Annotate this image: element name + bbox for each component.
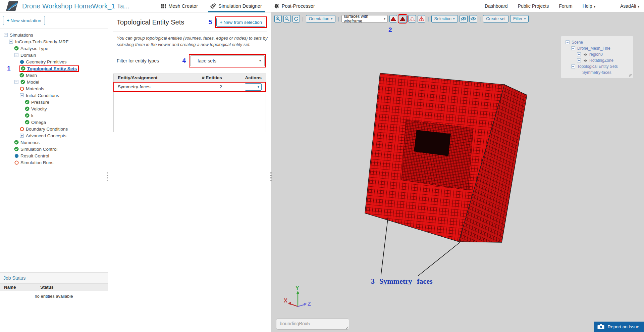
tree-item-geometry-primitives[interactable]: Geometry Primitives [26, 59, 67, 64]
collapse-icon[interactable] [565, 40, 570, 45]
nav-help-menu[interactable]: Help [583, 3, 595, 9]
nav-dashboard[interactable]: Dashboard [485, 3, 508, 9]
tree-row: Geometry Primitives [0, 58, 108, 65]
tree-item-boundary-conditions[interactable]: Boundary Conditions [26, 127, 68, 132]
tree-item-result-control[interactable]: Result Control [20, 153, 49, 158]
tree-item-wrap: Simulations [3, 33, 33, 38]
new-from-selection-button[interactable]: New from selection [216, 18, 265, 27]
bounding-box-name-input[interactable] [276, 318, 349, 330]
scene-item-rotatingzone[interactable]: RotatingZone [589, 58, 613, 63]
report-issue-button[interactable]: Report an issue [594, 322, 644, 332]
viewer-3d[interactable]: Y X Z [272, 12, 644, 332]
expand-icon[interactable] [577, 52, 581, 57]
zoom-in-button[interactable] [274, 15, 282, 22]
chevron-down-icon: ▾ [259, 59, 261, 62]
tree-item-advanced-concepts[interactable]: Advanced Concepts [26, 133, 66, 138]
collapse-icon[interactable] [3, 33, 8, 37]
row-actions-cell [222, 83, 266, 91]
axis-triad: Y X Z [284, 285, 311, 307]
scene-item-region0[interactable]: region0 [589, 52, 603, 57]
tree-row: Analysis Type [0, 45, 108, 52]
divider [113, 32, 267, 32]
status-complete-icon [14, 140, 19, 145]
orientation-button[interactable]: Orientation [306, 15, 336, 22]
collapse-icon[interactable] [571, 46, 576, 51]
create-set-button[interactable]: Create set [483, 15, 508, 22]
entity-type-select[interactable]: face sets ▾ [190, 55, 265, 66]
tree-item-wrap: Materials [19, 86, 44, 91]
filter-button[interactable]: Filter [510, 15, 529, 22]
scene-tree-row: Scene [561, 39, 633, 45]
simulation-tree: SimulationsInComp-Turb-Steady-MRFAnalysi… [0, 32, 108, 166]
expand-icon[interactable] [19, 133, 24, 138]
visibility-eye-icon[interactable] [583, 58, 588, 63]
tree-item-omega[interactable]: Omega [31, 120, 46, 125]
zoom-out-button[interactable] [283, 15, 291, 22]
tree-item-simulation-runs[interactable]: Simulation Runs [20, 160, 53, 165]
processor-gear-icon [274, 3, 279, 9]
camera-icon [597, 324, 604, 329]
user-menu[interactable]: AsadAli [620, 3, 639, 9]
tree-item-materials[interactable]: Materials [26, 86, 44, 91]
tree-item-incomp-turb-steady-mrf[interactable]: InComp-Turb-Steady-MRF [15, 39, 68, 44]
expand-icon[interactable] [577, 58, 581, 63]
nav-forum[interactable]: Forum [559, 3, 572, 9]
render-surfaces-wireframe-button[interactable] [399, 15, 407, 22]
topological-entity-sets-panel: Topological Entity Sets 5 New from selec… [108, 12, 272, 332]
tree-item-analysis-type[interactable]: Analysis Type [20, 46, 48, 51]
render-points-button[interactable] [418, 15, 425, 22]
tree-item-k[interactable]: k [31, 113, 34, 118]
entity-sets-table: Entity/Assignment # Entities Actions Sym… [113, 74, 266, 132]
panel-splitter-grip[interactable] [107, 172, 108, 181]
project-title[interactable]: Drone Workshop HomeWork_1 Ta... [22, 2, 129, 10]
annotation-box-new-from-selection: New from selection [215, 16, 267, 28]
tree-item-simulation-control[interactable]: Simulation Control [20, 147, 57, 152]
row-actions-select[interactable] [245, 83, 262, 91]
panel-splitter-grip[interactable] [270, 172, 272, 181]
tree-item-simulations[interactable]: Simulations [10, 33, 33, 38]
resize-grip-icon[interactable] [629, 74, 632, 77]
render-wireframe-button[interactable] [408, 15, 416, 22]
collapse-icon[interactable] [19, 93, 24, 98]
scene-item-scene[interactable]: Scene [572, 40, 583, 45]
scene-item-drone-mesh-fine[interactable]: Drone_Mesh_Fine [577, 46, 610, 51]
collapse-icon[interactable] [9, 39, 13, 44]
tree-item-velocity[interactable]: Velocity [31, 106, 47, 111]
status-incomplete-icon [19, 86, 24, 91]
simscale-logo [5, 1, 19, 11]
status-complete-icon [25, 106, 30, 111]
status-info-icon [19, 59, 24, 64]
scene-tree-row: RotatingZone [561, 57, 633, 63]
tree-item-numerics[interactable]: Numerics [20, 140, 40, 145]
hide-selection-button[interactable] [460, 15, 468, 22]
collapse-icon[interactable] [14, 80, 19, 84]
tab-mesh-creator[interactable]: Mesh Creator [161, 0, 198, 12]
show-selection-button[interactable] [469, 15, 477, 22]
refined-mesh-region[interactable] [401, 120, 473, 190]
table-row-symmetry-faces[interactable]: Symmetry-faces 2 [114, 82, 266, 92]
nav-public-projects[interactable]: Public Projects [518, 3, 549, 9]
tab-post-processor[interactable]: Post-Processor BETA [274, 0, 315, 12]
collapse-icon[interactable] [571, 64, 576, 69]
tree-item-topological-entity-sets[interactable]: Topological Entity Sets [27, 66, 77, 71]
tree-item-wrap: Simulation Control [14, 147, 57, 152]
render-mode-select[interactable]: surfaces with wireframe ▾ [341, 15, 388, 22]
reset-view-button[interactable] [292, 15, 300, 22]
scene-item-symmetry-faces[interactable]: Symmetry-faces [582, 70, 611, 75]
mesh-box[interactable] [365, 73, 527, 242]
selection-button[interactable]: Selection [431, 15, 458, 22]
scene-item-topological-entity-sets[interactable]: Topological Entity Sets [577, 64, 618, 69]
visibility-eye-icon[interactable] [583, 52, 588, 57]
render-surfaces-button[interactable] [389, 15, 397, 22]
tab-simulation-designer[interactable]: Simulation Designer [210, 0, 262, 12]
tree-item-initial-conditions[interactable]: Initial Conditions [26, 93, 59, 98]
tree-item-pressure[interactable]: Pressure [31, 100, 49, 105]
tree-item-wrap: k [25, 113, 34, 118]
tree-item-mesh[interactable]: Mesh [26, 73, 37, 78]
col-actions: Actions [222, 75, 266, 80]
tree-row: Pressure [0, 99, 108, 105]
new-simulation-button[interactable]: New simulation [3, 16, 45, 25]
collapse-icon[interactable] [14, 53, 19, 57]
tree-item-domain[interactable]: Domain [20, 53, 36, 58]
tree-item-model[interactable]: Model [27, 80, 39, 85]
